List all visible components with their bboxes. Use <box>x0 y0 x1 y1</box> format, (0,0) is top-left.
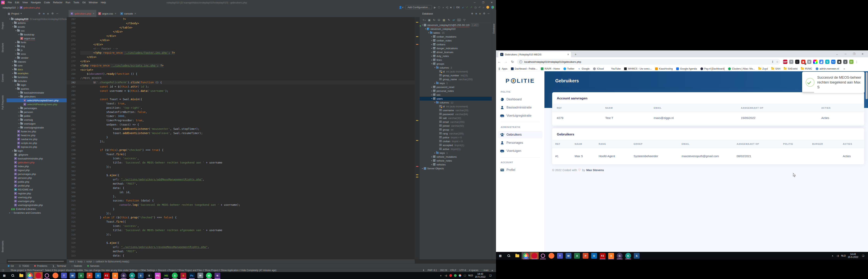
bookmark-item[interactable]: ⣿Apps <box>498 67 507 70</box>
code-line[interactable]: 305 url: "./actions/gebruikers/addMeosMa… <box>67 178 414 182</box>
code-line[interactable]: 270 </div> <box>67 30 414 34</box>
taskbar-app-spotify[interactable]: S <box>170 272 179 279</box>
breadcrumb[interactable]: roleplay010 ❯ P gebruikers.php <box>3 6 40 9</box>
taskbar-app-powerpoint[interactable]: P <box>581 252 590 259</box>
chevron-right-icon[interactable]: ▸ <box>431 163 433 165</box>
error-stripe-mark[interactable] <box>416 166 418 167</box>
project-tree-item[interactable]: ▸ basisadministratie <box>7 91 67 95</box>
code-line[interactable]: 273 </div> <box>67 42 414 47</box>
notification-window-icon[interactable]: ❑ <box>2 269 4 272</box>
line-number[interactable]: 305 <box>67 178 80 182</box>
extension-phone-icon[interactable]: ▯ <box>843 60 847 64</box>
code-line[interactable]: 293 toast.addEventListener('mouseenter',… <box>67 127 414 131</box>
line-number[interactable]: 272 <box>67 38 80 42</box>
project-tree-item[interactable]: ▾ assets <box>7 25 67 29</box>
db-tree-item[interactable]: email varchar(255) <box>420 120 492 124</box>
column-header[interactable]: NAAM <box>571 143 596 145</box>
project-tree-item[interactable]: ▸ voertuigen <box>7 122 67 126</box>
extension-gear-icon[interactable]: ⚙ <box>807 60 811 64</box>
back-icon[interactable]: ← <box>496 60 503 64</box>
taskbar-app-media-player[interactable] <box>34 272 42 279</box>
taskbar-app-ring[interactable] <box>538 252 547 259</box>
error-stripe-mark[interactable] <box>416 36 418 37</box>
bookmark-item[interactable]: ▶YouTube <box>607 67 621 70</box>
db-tree-item[interactable]: ▸ driver_licenses <box>420 50 492 54</box>
status-segment[interactable]: UTF-8 <box>459 269 466 272</box>
chevron-right-icon[interactable]: ▸ <box>431 86 433 88</box>
language-indicator[interactable]: NLD <box>841 254 846 257</box>
chevron-right-icon[interactable]: ▸ <box>15 84 17 86</box>
code-line[interactable]: 309 }, <box>67 194 414 198</box>
project-tree-item[interactable]: ▸ fonts <box>7 40 67 44</box>
breadcrumb-project[interactable]: roleplay010 <box>3 6 16 9</box>
extension-panda-icon[interactable]: ◐ <box>795 60 799 64</box>
menu-refactor[interactable]: Refactor <box>52 0 64 5</box>
taskbar-app-sourcetree[interactable]: S <box>136 272 145 279</box>
taskbar-app-firefox[interactable] <box>51 272 60 279</box>
chevron-right-icon[interactable]: ▸ <box>15 41 17 43</box>
project-tree-item[interactable]: P gebruikers.php <box>7 160 67 164</box>
taskbar-app-steam[interactable]: S <box>145 272 153 279</box>
project-tree-item[interactable]: ▸ bootstrap <box>7 33 67 36</box>
code-with-me-icon[interactable] <box>491 6 494 9</box>
editor-breadcrumb-item[interactable]: callback for $(document).ready() <box>96 260 129 263</box>
code-line[interactable]: 267 ?> <box>67 17 414 21</box>
db-tree-item[interactable]: rang varchar(255) <box>420 131 492 135</box>
line-number[interactable]: 271 <box>67 34 80 38</box>
line-number[interactable]: 276 <box>67 55 80 59</box>
project-tree-item[interactable]: ▸ core <box>7 64 67 67</box>
code-line[interactable]: 292 onOpen: (toast) => { <box>67 123 414 127</box>
menu-navigate[interactable]: Navigate <box>29 0 42 5</box>
db-tree-item[interactable]: ▸ civilian_mutations <box>420 35 492 38</box>
locate-file-icon[interactable]: ⊕ <box>38 12 40 15</box>
code-line[interactable]: 290 timer: 3000, <box>67 114 414 118</box>
extension-q-icon[interactable]: Q <box>825 60 830 64</box>
taskbar-app-explorer[interactable] <box>17 272 26 279</box>
chevron-right-icon[interactable]: ▸ <box>8 212 11 214</box>
lock-icon[interactable]: 🔒︎ <box>492 269 493 272</box>
taskbar-app-excel[interactable]: X <box>77 272 85 279</box>
code-line[interactable]: 274 <!-- Footer --> <box>67 47 414 51</box>
line-number[interactable]: 284 <box>67 89 80 93</box>
code-line[interactable]: 288 position: 'top-right', <box>67 106 414 110</box>
bookmark-item[interactable]: admin.roerveen.nl <box>816 67 839 70</box>
site-info-icon[interactable]: i <box>519 60 522 63</box>
db-tree-item[interactable]: ▸ keys 1 <box>420 81 492 85</box>
code-line[interactable]: 289 showConfirmButton: false, <box>67 110 414 114</box>
display-tray-icon[interactable]: 🖵 <box>463 274 466 277</box>
db-tree-item[interactable]: ▸ keys 1 <box>420 151 492 155</box>
db-tree-item[interactable]: ▸ password_reset <box>420 85 492 89</box>
chrome-menu-icon[interactable]: ⋮ <box>856 60 858 63</box>
code-line[interactable]: 303 <box>67 169 414 174</box>
green-tray-icon[interactable] <box>454 274 457 277</box>
chevron-right-icon[interactable]: ▸ <box>431 47 433 49</box>
column-header[interactable]: REF <box>552 143 571 145</box>
minimize-icon[interactable]: ─ <box>470 0 479 5</box>
taskbar-app-shield[interactable]: S <box>179 272 188 279</box>
project-tree-item[interactable]: P basisadministratie.php <box>7 157 67 160</box>
maximize-icon[interactable]: ❐ <box>479 0 488 5</box>
line-number[interactable]: 270 <box>67 30 80 34</box>
project-tree-item[interactable]: P index.php <box>7 164 67 168</box>
error-stripe-mark[interactable] <box>416 177 418 178</box>
bookmark-item[interactable]: GGoogle <box>578 67 589 70</box>
db-tree-item[interactable]: group int <box>420 128 492 131</box>
stripe-bookmarks[interactable]: Bookmarks <box>1 241 4 252</box>
action-center-icon[interactable]: ❑ <box>860 253 866 259</box>
line-number[interactable]: 313 <box>67 211 80 216</box>
status-message[interactable]: Show project in Rich Presence?: Select i… <box>11 269 277 272</box>
git-update-icon[interactable]: ↙ <box>462 6 464 9</box>
code-line[interactable]: 295 } <box>67 135 414 140</box>
db-tree-item[interactable]: password varchar(64) <box>420 112 492 116</box>
sidebar-item-voertuigregistratie[interactable]: Voertuigregistratie <box>498 112 542 119</box>
column-header[interactable]: ACTIES <box>840 143 864 145</box>
line-number[interactable]: 292 <box>67 123 80 127</box>
project-tree-item[interactable]: ▸ login <box>7 149 67 153</box>
browser-close-icon[interactable]: ✕ <box>858 53 867 55</box>
line-number[interactable]: 314 <box>67 215 80 220</box>
project-tree-item[interactable]: ▸ politie <box>7 114 67 118</box>
project-tool-label[interactable]: Project <box>11 12 19 15</box>
project-tree-item[interactable]: P selectAllAcceptedUsers.php <box>7 98 67 102</box>
chrome-tray-icon[interactable] <box>459 274 461 277</box>
chevron-right-icon[interactable]: ▸ <box>15 45 17 47</box>
